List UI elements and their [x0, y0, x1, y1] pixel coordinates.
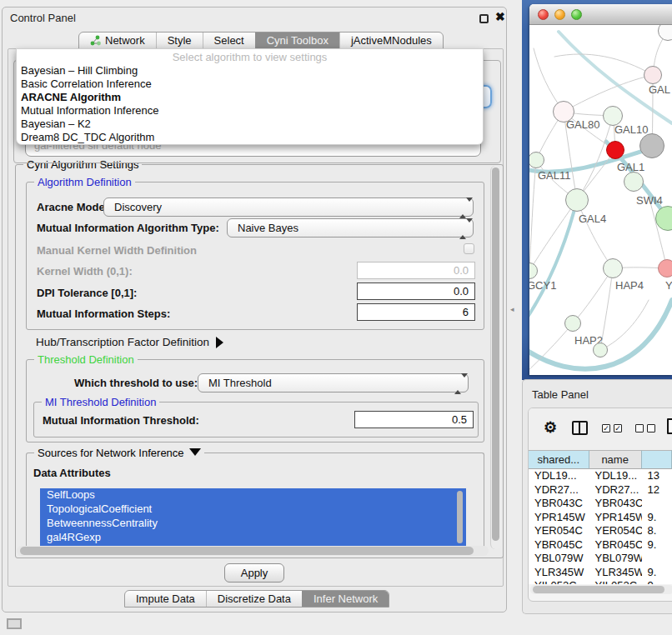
table-row[interactable]: YIL052CYIL052C9	[529, 579, 672, 584]
network-node-gal4[interactable]	[565, 188, 589, 212]
attributes-list-scrollbar[interactable]	[456, 490, 464, 546]
tab-infer-network[interactable]: Infer Network	[302, 591, 389, 607]
network-node-y[interactable]	[658, 259, 672, 278]
table-cell: YLR345W	[529, 566, 589, 580]
dpi-tolerance-field[interactable]: 0.0	[357, 282, 475, 300]
table-cell: 13	[642, 469, 672, 483]
algorithm-option[interactable]: Bayesian – K2	[17, 118, 483, 131]
table-row[interactable]: YLR345WYLR345W9.	[529, 566, 672, 580]
column-header[interactable]: name	[589, 450, 642, 469]
table-cell: YBR045C	[529, 538, 589, 552]
close-panel-icon[interactable]: ✖	[495, 10, 505, 23]
table-row[interactable]: YDR27...YDR27...12	[529, 483, 672, 498]
mi-threshold-label: Mutual Information Threshold:	[43, 414, 199, 427]
kernel-width-field[interactable]: 0.0	[357, 262, 475, 279]
table-row[interactable]: YDL19...YDL19...13	[529, 469, 672, 483]
control-panel: Control Panel ✖ NetworkStyleSelectCyni T…	[2, 7, 507, 612]
tab-style[interactable]: Style	[156, 32, 203, 48]
zoom-window-icon[interactable]	[571, 9, 582, 20]
network-window-titlebar[interactable]	[529, 4, 672, 25]
table-cell: 12	[642, 483, 672, 498]
algorithm-option[interactable]: ARACNE Algorithm	[17, 91, 483, 104]
combo-spinner-icon	[454, 378, 461, 390]
combo-spinner-icon	[459, 222, 466, 235]
float-panel-icon[interactable]	[479, 14, 489, 23]
select-all-checkbox-icon[interactable]: ✓	[602, 424, 610, 432]
table-row[interactable]: YBL079WYBL079W	[529, 552, 672, 566]
node-label: GCY1	[529, 279, 556, 292]
column-visibility-icon[interactable]	[572, 421, 588, 435]
which-threshold-label: Which threshold to use:	[74, 377, 198, 389]
hub-definition-toggle[interactable]: Hub/Transcription Factor Definition	[36, 336, 223, 348]
table-row[interactable]: YBR043CYBR043C	[529, 497, 672, 511]
table-cell: 9	[642, 579, 672, 584]
algorithm-option[interactable]: Bayesian – Hill Climbing	[17, 64, 483, 78]
mi-steps-field[interactable]: 6	[357, 303, 475, 321]
mi-type-combo[interactable]: Naive Bayes	[227, 218, 474, 238]
control-panel-tabs: NetworkStyleSelectCyni ToolboxjActiveMNo…	[78, 32, 444, 49]
network-node[interactable]	[639, 133, 664, 158]
settings-horizontal-scrollbar[interactable]	[17, 546, 489, 556]
attribute-list-item[interactable]: gal4RGexp	[40, 531, 466, 545]
algorithm-option[interactable]: Dream8 DC_TDC Algorithm	[17, 131, 483, 144]
which-threshold-combo[interactable]: MI Threshold	[198, 373, 469, 392]
minimize-window-icon[interactable]	[554, 9, 565, 20]
aracne-mode-combo[interactable]: Discovery	[103, 198, 474, 217]
collapsed-arrow-icon	[216, 337, 223, 348]
algorithm-dropdown-prompt: Select algorithm to view settings	[17, 50, 483, 64]
network-node-hap4[interactable]	[603, 258, 623, 278]
tab-cyni-toolbox[interactable]: Cyni Toolbox	[255, 32, 339, 48]
combo-spinner-icon	[459, 202, 466, 214]
sources-group-title[interactable]: Sources for Network Inference	[34, 447, 204, 459]
export-table-icon[interactable]	[667, 418, 672, 434]
settings-vertical-scrollbar[interactable]	[490, 166, 501, 549]
network-node-gal1[interactable]	[606, 141, 624, 159]
node-label: GAL11	[538, 169, 571, 182]
tab-select[interactable]: Select	[203, 32, 255, 48]
column-header[interactable]	[642, 450, 672, 469]
network-node[interactable]	[593, 342, 608, 358]
table-cell: YPR145W	[589, 511, 642, 525]
network-node-swi4[interactable]	[624, 172, 644, 192]
close-window-icon[interactable]	[538, 9, 549, 20]
tab-jactivemnodules[interactable]: jActiveMNodules	[339, 32, 443, 48]
select-all-checkbox-icon[interactable]: ✓	[614, 424, 622, 432]
algorithm-definition-group: Algorithm Definition Aracne Mode: Discov…	[26, 182, 484, 330]
manual-kernel-checkbox[interactable]	[464, 243, 474, 254]
network-node-hap2[interactable]	[564, 315, 581, 332]
tab-impute-data[interactable]: Impute Data	[125, 591, 206, 607]
node-label: GAL80	[566, 118, 599, 131]
deselect-all-checkbox-icon[interactable]	[647, 424, 655, 432]
network-canvas[interactable]: GALGAL80GAL10GAL1GAL11SWI4GAL4GCY1HAP4YH…	[529, 25, 672, 375]
algorithm-definition-title: Algorithm Definition	[34, 176, 135, 188]
tab-network[interactable]: Network	[79, 32, 156, 48]
table-row[interactable]: YER054CYER054C8.	[529, 524, 672, 538]
which-threshold-value: MI Threshold	[208, 377, 272, 389]
mi-threshold-field[interactable]: 0.5	[354, 411, 474, 428]
mi-threshold-group: MI Threshold Definition Mutual Informati…	[33, 402, 479, 438]
panel-grip-icon[interactable]	[7, 618, 22, 629]
table-horizontal-scrollbar[interactable]	[530, 585, 672, 594]
attribute-list-item[interactable]: BetweennessCentrality	[40, 517, 466, 531]
network-node-gal[interactable]	[644, 66, 662, 84]
table-row[interactable]: YPR145WYPR145W9.	[529, 511, 672, 525]
algorithm-option[interactable]: Mutual Information Inference	[17, 104, 483, 118]
table-cell: YBR045C	[589, 538, 642, 552]
column-header[interactable]: shared...	[529, 450, 589, 469]
table-row[interactable]: YBR045CYBR045C9.	[529, 538, 672, 552]
algorithm-option[interactable]: Basic Correlation Inference	[17, 78, 483, 91]
table-cell: YBL079W	[589, 552, 642, 566]
mi-threshold-group-title: MI Threshold Definition	[42, 396, 159, 408]
node-label: GAL10	[614, 123, 648, 136]
splitter-arrow-icon[interactable]: ◂	[510, 305, 514, 313]
node-label: GAL	[649, 83, 670, 96]
attribute-list-item[interactable]: TopologicalCoefficient	[40, 502, 466, 517]
mi-steps-label: Mutual Information Steps:	[37, 308, 170, 320]
tab-discretize-data[interactable]: Discretize Data	[206, 591, 302, 607]
table-settings-gear-icon[interactable]: ⚙	[544, 418, 557, 437]
apply-button[interactable]: Apply	[224, 563, 284, 582]
data-attributes-list[interactable]: SelfLoopsTopologicalCoefficientBetweenne…	[40, 488, 466, 548]
attribute-list-item[interactable]: SelfLoops	[40, 488, 466, 502]
deselect-all-checkbox-icon[interactable]	[635, 424, 644, 432]
table-cell: YDL19...	[529, 469, 589, 483]
